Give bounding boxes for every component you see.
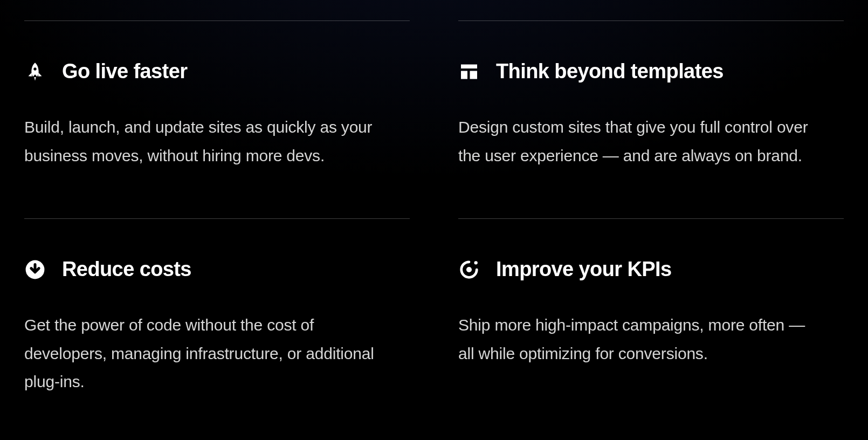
svg-rect-2 xyxy=(461,71,467,79)
feature-card: Think beyond templates Design custom sit… xyxy=(458,20,844,202)
arrow-down-circle-icon xyxy=(24,259,46,280)
feature-card: Improve your KPIs Ship more high-impact … xyxy=(458,218,844,429)
feature-description: Ship more high-impact campaigns, more of… xyxy=(458,311,825,368)
feature-header: Reduce costs xyxy=(24,258,410,281)
feature-title: Think beyond templates xyxy=(496,60,724,83)
feature-description: Design custom sites that give you full c… xyxy=(458,113,825,170)
features-row-1: Go live faster Build, launch, and update… xyxy=(0,0,868,202)
target-icon xyxy=(458,259,480,280)
feature-title: Go live faster xyxy=(62,60,187,83)
feature-card: Reduce costs Get the power of code witho… xyxy=(24,218,410,429)
svg-rect-3 xyxy=(470,71,478,79)
feature-description: Get the power of code without the cost o… xyxy=(24,311,391,396)
feature-header: Go live faster xyxy=(24,60,410,83)
svg-point-0 xyxy=(33,67,36,70)
svg-rect-1 xyxy=(461,64,477,68)
feature-header: Think beyond templates xyxy=(458,60,844,83)
feature-title: Reduce costs xyxy=(62,258,191,281)
features-row-2: Reduce costs Get the power of code witho… xyxy=(0,202,868,429)
feature-header: Improve your KPIs xyxy=(458,258,844,281)
feature-card: Go live faster Build, launch, and update… xyxy=(24,20,410,202)
rocket-icon xyxy=(24,61,46,82)
feature-title: Improve your KPIs xyxy=(496,258,672,281)
layout-icon xyxy=(458,61,480,82)
svg-point-5 xyxy=(466,266,472,272)
svg-point-6 xyxy=(474,261,478,264)
feature-description: Build, launch, and update sites as quick… xyxy=(24,113,391,170)
